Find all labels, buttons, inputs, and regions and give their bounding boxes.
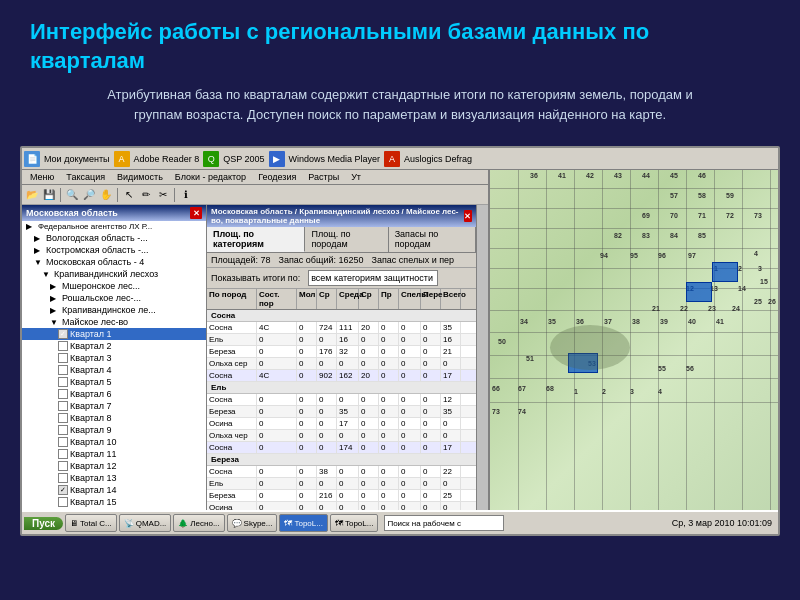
tab-breed[interactable]: Площ. по породам [305,227,388,252]
tree-item-kvartal4[interactable]: Квартал 4 [22,364,206,376]
menu-geodesy[interactable]: Геодезия [252,171,302,183]
tree-item[interactable]: ▶ Рошальское лес-... [22,292,206,304]
tree-arrow: ▶ [26,222,36,231]
taskbar-app-4[interactable]: 💬 Skype... [227,514,278,532]
kvartal7-checkbox[interactable] [58,401,68,411]
kvartal14-checkbox[interactable]: ✓ [58,485,68,495]
td: 111 [337,322,359,333]
tree-item-kvartal10[interactable]: Квартал 10 [22,436,206,448]
grid-v9 [742,205,743,510]
kvartal15-checkbox[interactable] [58,497,68,507]
close-data[interactable]: ✕ [464,210,473,222]
tree-item-kvartal3[interactable]: Квартал 3 [22,352,206,364]
tree-item[interactable]: ▼ Крапивандинский лесхоз [22,268,206,280]
menu-blocks[interactable]: Блоки - редактор [169,171,252,183]
td: 0 [421,394,441,405]
tree-item-kvartal13[interactable]: Квартал 13 [22,472,206,484]
kvartal6-checkbox[interactable] [58,389,68,399]
kvartal1-checkbox[interactable]: ✓ [58,329,68,339]
tree-item[interactable]: ▶ Федеральное агентство ЛХ Р... [22,221,206,232]
map-num: 41 [716,318,724,325]
tree-item[interactable]: ▶ Крапивандинское ле... [22,304,206,316]
td: Сосна [207,442,257,453]
td: 0 [421,442,441,453]
menu-ut[interactable]: Ут [345,171,367,183]
taskbar-app-6[interactable]: 🗺 TopoL... [330,514,378,532]
grid-v7 [686,205,687,510]
tb-save[interactable]: 💾 [41,187,57,203]
tb-open[interactable]: 📂 [24,187,40,203]
table-row: Береза 0 0 216 0 0 0 0 0 25 [207,490,476,502]
tb-info[interactable]: ℹ [178,187,194,203]
td: 0 [359,430,379,441]
tab-reserve[interactable]: Запасы по породам [389,227,476,252]
data-title-text: Московская область / Крапивандинский лес… [211,207,464,225]
tb-zoom-out[interactable]: 🔎 [81,187,97,203]
taskbar-app-5[interactable]: 🗺 TopoL... [279,514,327,532]
kvartal5-checkbox[interactable] [58,377,68,387]
kvartal8-checkbox[interactable] [58,413,68,423]
kvartal13-checkbox[interactable] [58,473,68,483]
map-num: 26 [768,298,776,305]
tree-item-kvartal9[interactable]: Квартал 9 [22,424,206,436]
kvartal9-checkbox[interactable] [58,425,68,435]
close-left[interactable]: ✕ [190,207,202,219]
tb-zoom-in[interactable]: 🔍 [64,187,80,203]
map-num: 56 [686,365,694,372]
kvartal10-checkbox[interactable] [58,437,68,447]
td: Осина [207,418,257,429]
taskbar-app-1[interactable]: 🖥 Total C... [65,514,117,532]
taskbar-app-3[interactable]: 🌲 Лесно... [173,514,224,532]
kvartal12-checkbox[interactable] [58,461,68,471]
td: 0 [379,478,399,489]
tree-item-kvartal6[interactable]: Квартал 6 [22,388,206,400]
td: 0 [257,394,297,405]
taskbar-app-2[interactable]: 📡 QMAD... [119,514,172,532]
menu-menu[interactable]: Меню [24,171,60,183]
menu-rasters[interactable]: Растры [302,171,345,183]
tree-item-kvartal1[interactable]: ✓ Квартал 1 [22,328,206,340]
tree-item-kvartal12[interactable]: Квартал 12 [22,460,206,472]
td: 0 [257,334,297,345]
show-input[interactable] [308,270,438,286]
tb-select[interactable]: ↖ [121,187,137,203]
td: Ольха чер [207,430,257,441]
search-input[interactable] [384,515,504,531]
tree-item-kvartal8[interactable]: Квартал 8 [22,412,206,424]
table-row: Ель 0 0 0 16 0 0 0 0 16 [207,334,476,346]
tb-edit[interactable]: ✏ [138,187,154,203]
td: 0 [297,358,317,369]
tree-item[interactable]: ▶ Костромская область -... [22,244,206,256]
kvartal3-checkbox[interactable] [58,353,68,363]
td: 0 [421,346,441,357]
map-num: 39 [660,318,668,325]
tree-item-kvartal15[interactable]: Квартал 15 [22,496,206,508]
tree-item-mayskoe[interactable]: ▼ Майское лес-во [22,316,206,328]
menu-visibility[interactable]: Видимость [111,171,169,183]
tree-item[interactable]: ▶ Вологодская область -... [22,232,206,244]
tree-item-kvartal11[interactable]: Квартал 11 [22,448,206,460]
td: 0 [399,430,421,441]
taskbar-label-2: QMAD... [136,519,167,528]
tree-item-kvartal5[interactable]: Квартал 5 [22,376,206,388]
tb-pan[interactable]: ✋ [98,187,114,203]
tree-item-kvartal2[interactable]: Квартал 2 [22,340,206,352]
tree-item[interactable]: ▶ Мшеронское лес... [22,280,206,292]
kvartal11-checkbox[interactable] [58,449,68,459]
tree-item-kvartal14[interactable]: ✓ Квартал 14 [22,484,206,496]
tab-area[interactable]: Площ. по категориям [207,227,305,252]
tb-delete[interactable]: ✂ [155,187,171,203]
subtitle: Атрибутивная база по кварталам содержит … [30,85,770,124]
menu-taxation[interactable]: Таксация [60,171,111,183]
kvartal4-checkbox[interactable] [58,365,68,375]
kvartal2-checkbox[interactable] [58,341,68,351]
td: 0 [317,394,337,405]
tree-item[interactable]: ▼ Московская область - 4 [22,256,206,268]
map-num: 24 [732,305,740,312]
td: 0 [257,442,297,453]
map-selected-block [686,282,712,302]
start-button[interactable]: Пуск [24,517,63,530]
tree-item-kvartal7[interactable]: Квартал 7 [22,400,206,412]
td: 0 [257,418,297,429]
map-num: 72 [726,212,734,219]
